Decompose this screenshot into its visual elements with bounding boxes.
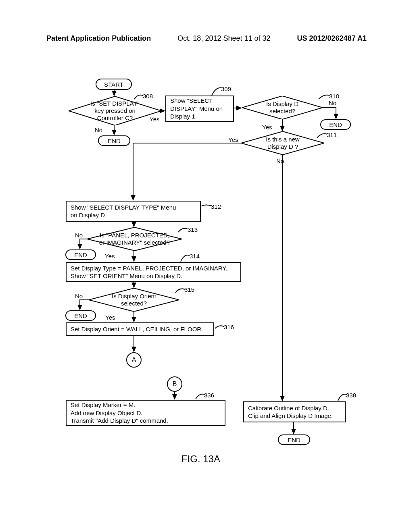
ref-313: 313 bbox=[188, 226, 198, 233]
end-terminator-5: END bbox=[278, 434, 310, 445]
ref-311: 311 bbox=[327, 131, 337, 138]
connector-b: B bbox=[167, 376, 182, 392]
process-338: Calibrate Outline of Display D. Clip and… bbox=[243, 401, 346, 422]
ref-338: 338 bbox=[346, 392, 356, 399]
ref-316: 316 bbox=[224, 324, 234, 330]
decision-310: Is Display D selected? bbox=[242, 96, 323, 119]
label-no-313: No bbox=[75, 232, 83, 239]
label-yes-308: Yes bbox=[150, 116, 159, 123]
figure-title: FIG. 13A bbox=[181, 453, 220, 465]
process-336: Set Display Marker = M. Add new Display … bbox=[66, 400, 225, 426]
process-312: Show "SELECT DISPLAY TYPE" Menu on Displ… bbox=[66, 201, 201, 222]
label-no-310: No bbox=[329, 100, 336, 106]
start-terminator: START bbox=[96, 79, 132, 90]
label-yes-310: Yes bbox=[262, 124, 272, 131]
ref-310: 310 bbox=[329, 93, 339, 100]
process-316: Set Display Orient = WALL, CEILING, or F… bbox=[66, 322, 214, 336]
flowchart-canvas: START Is "SET DISPLAY" key pressed on Co… bbox=[0, 0, 413, 532]
decision-311: Is this a new Display D ? bbox=[241, 131, 324, 155]
ref-312: 312 bbox=[211, 203, 221, 210]
ref-315: 315 bbox=[184, 286, 194, 293]
end-terminator-2: END bbox=[320, 119, 351, 130]
ref-314: 314 bbox=[190, 253, 200, 260]
end-terminator-1: END bbox=[98, 135, 130, 146]
decision-313: Is "PANEL, PROJECTED, or IMAGINARY" sele… bbox=[87, 227, 182, 251]
connector-a: A bbox=[126, 352, 142, 368]
ref-309: 309 bbox=[221, 85, 231, 92]
label-no: No bbox=[276, 158, 284, 164]
label-no-308: No bbox=[95, 127, 102, 133]
end-terminator-4: END bbox=[65, 310, 96, 321]
label-yes-313: Yes bbox=[105, 253, 115, 260]
decision-315: Is Display Orient selected? bbox=[89, 288, 179, 312]
label-no-315: No bbox=[75, 293, 83, 299]
ref-336: 336 bbox=[204, 392, 214, 399]
process-309: Show "SELECT DISPLAY" Menu on Display 1. bbox=[165, 96, 234, 122]
label-yes-315: Yes bbox=[105, 314, 115, 321]
end-terminator-3: END bbox=[65, 249, 96, 260]
label-yes-311: Yes bbox=[228, 136, 238, 143]
process-314: Set Display Type = PANEL, PROJECTED, or … bbox=[66, 262, 241, 282]
ref-308: 308 bbox=[143, 93, 153, 100]
decision-308: Is "SET DISPLAY" key pressed on Controll… bbox=[69, 96, 161, 125]
